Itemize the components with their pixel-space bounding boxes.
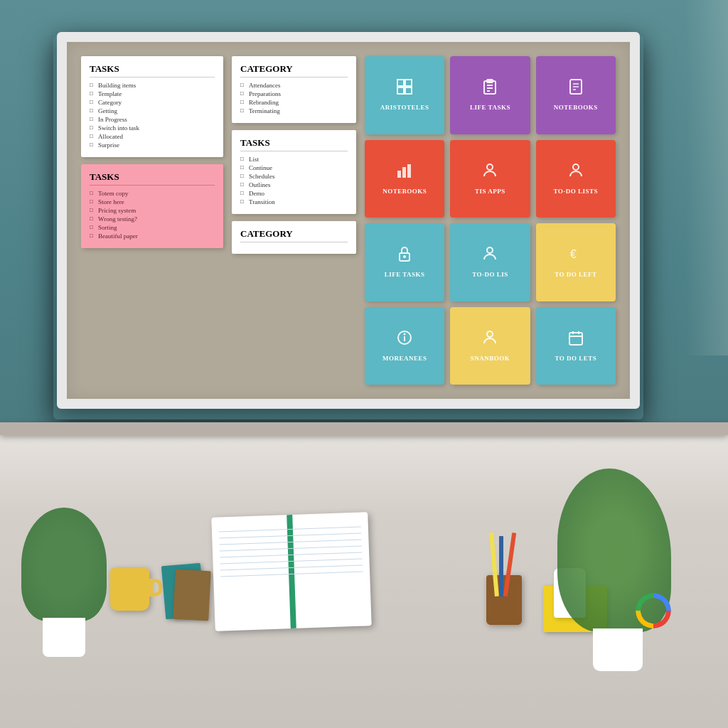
plant-right [557,472,685,671]
app-tile-4[interactable]: TIS APPS [450,140,530,218]
app-tile-7[interactable]: TO-DO LIS [450,223,530,301]
mid-task-4: Outlines [240,181,348,188]
app-tile-2[interactable]: NOTEBOOKS [536,56,616,134]
notebook-open [211,512,371,631]
app-tile-icon-0 [396,78,413,100]
svg-point-20 [487,247,493,253]
app-tile-6[interactable]: LIFE TASKS [365,223,444,301]
svg-rect-14 [402,167,406,178]
task-item-6: Switch into task [90,124,215,132]
notebook-lines [219,527,364,624]
app-tiles-grid: ARISTOTELESLIFE TASKSNOTEBOOKSNOTEBOOKST… [365,56,616,385]
pencil-yellow [489,532,499,596]
svg-rect-2 [397,87,404,94]
book-brown [173,569,211,621]
app-tile-label-3: NOTEBOOKS [382,188,427,196]
tasks-note-white: TASKS Building items Template Category G… [81,56,223,157]
pink-task-4: Wrong testing? [90,215,215,223]
svg-point-16 [487,164,493,170]
pencil-red [503,532,516,596]
app-tile-0[interactable]: ARISTOTELES [365,56,444,134]
bulletin-board: TASKS Building items Template Category G… [57,32,640,409]
notebook-line [220,546,362,552]
app-tile-icon-3 [396,162,413,183]
notebook-line [220,540,362,545]
task-item-8: Surprise [90,141,215,149]
app-tile-label-5: TO-DO LISTS [554,188,599,196]
mid-task-1: List [240,156,348,163]
app-tile-icon-9 [396,329,413,350]
app-tile-icon-6 [396,245,413,267]
svg-rect-1 [405,80,412,86]
app-tile-11[interactable]: TO DO LETS [536,307,616,385]
app-tile-5[interactable]: TO-DO LISTS [536,140,616,218]
window-light [685,0,728,355]
color-wheel-icon [636,593,671,628]
app-tile-label-11: TO DO LETS [555,355,596,363]
task-item-1: Building items [90,82,215,89]
pink-task-2: Store here [90,198,215,205]
app-tile-icon-1 [481,78,498,100]
app-tile-icon-7 [481,245,498,267]
notebook-line [220,552,362,558]
app-tile-label-7: TO-DO LIS [472,271,508,279]
notebook-line [220,559,363,564]
svg-point-25 [487,331,493,337]
svg-rect-13 [397,171,401,178]
desk [0,422,728,728]
plant-leaves-left [21,508,107,621]
tasks-note-2: TASKS List Continue Schedules Outlines D… [232,130,356,214]
task-item-5: In Progress [90,116,215,123]
tasks-note-2-title: TASKS [240,137,348,151]
svg-rect-15 [407,164,411,178]
mid-task-2: Continue [240,164,348,171]
category-note-2-title: CATEGORY [240,228,348,242]
notebook-line [220,565,363,571]
plant-pot-left [43,618,85,657]
app-tile-label-1: LIFE TASKS [470,104,510,112]
svg-rect-0 [397,80,404,86]
app-tile-label-8: TO DO LEFT [555,271,596,279]
mug-handle [149,579,162,596]
app-tile-icon-10 [481,329,498,350]
category-note-1-title: CATEGORY [240,63,348,77]
pink-task-1: Totem copy [90,190,215,197]
pink-task-5: Sorting [90,224,215,231]
svg-point-17 [573,164,579,170]
middle-section: CATEGORY Attendances Preparations Rebran… [232,56,356,385]
app-tile-label-0: ARISTOTELES [380,104,429,112]
notebook-line [219,533,361,539]
app-tile-label-2: NOTEBOOKS [554,104,598,112]
app-tile-icon-8: € [567,245,584,267]
app-tile-10[interactable]: SNANBOOK [450,307,530,385]
tasks-note-white-title: TASKS [90,63,215,77]
pencil-blue [499,536,503,596]
mid-task-3: Schedules [240,173,348,180]
svg-text:€: € [570,248,577,260]
app-tile-1[interactable]: LIFE TASKS [450,56,530,134]
task-item-4: Getting [90,107,215,114]
pink-task-6: Beautiful paper [90,232,215,240]
app-tile-3[interactable]: NOTEBOOKS [365,140,444,218]
plant-pot-right [593,628,643,671]
cat-item-3: Rebranding [240,99,348,106]
app-tile-9[interactable]: MOREANEES [365,307,444,385]
plant-left [21,515,107,657]
app-tile-icon-5 [567,162,584,183]
category-note-1: CATEGORY Attendances Preparations Rebran… [232,56,356,123]
desk-edge [0,422,728,435]
app-tile-label-9: MOREANEES [382,355,427,363]
tasks-note-pink-title: TASKS [90,171,215,186]
cat-item-4: Terminating [240,107,348,114]
svg-point-19 [403,255,406,258]
notebook-line [220,572,363,577]
category-note-2: CATEGORY [232,221,356,254]
board-inner: TASKS Building items Template Category G… [81,56,616,385]
mug [110,568,149,611]
pencil-holder [486,575,522,625]
app-tile-8[interactable]: €TO DO LEFT [536,223,616,301]
app-tile-icon-4 [481,162,498,183]
mid-task-6: Transition [240,198,348,205]
svg-point-24 [404,333,406,335]
mid-task-5: Demo [240,190,348,197]
